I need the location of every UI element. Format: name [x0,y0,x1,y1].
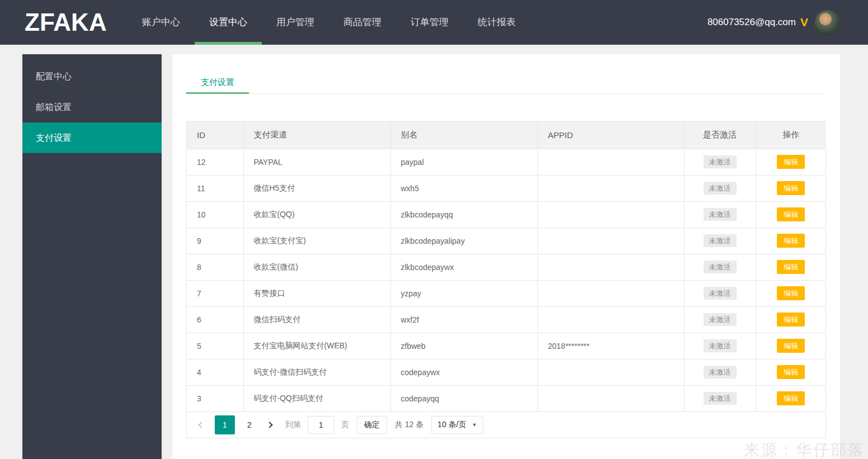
edit-button[interactable]: 编辑 [777,365,805,379]
cell-action: 编辑 [756,201,826,228]
table-row: 9收款宝(支付宝)zlkbcodepayalipay未激活编辑 [187,228,826,254]
cell-action: 编辑 [756,306,826,333]
cell-status: 未激活 [684,149,756,175]
page-unit-label: 页 [341,420,349,430]
main-nav: 账户中心设置中心用户管理商品管理订单管理统计报表 [128,0,530,45]
confirm-button[interactable]: 确定 [357,416,387,434]
status-badge: 未激活 [704,313,737,326]
page-2-button[interactable]: 2 [239,415,260,434]
edit-button[interactable]: 编辑 [777,207,805,221]
table-row: 7有赞接口yzpay未激活编辑 [187,280,826,306]
avatar[interactable] [815,10,840,35]
cell-status: 未激活 [684,385,756,411]
cell-alias: codepaywx [390,359,537,385]
cell-action: 编辑 [756,359,826,385]
cell-status: 未激活 [684,254,756,280]
page-size-select[interactable]: 10 条/页 ▼ [431,416,483,434]
page-layout: 配置中心邮箱设置支付设置 支付设置 ID支付渠道别名APPID是否激活操作 12… [0,45,868,459]
cell-id: 6 [187,306,243,333]
cell-appid [537,149,684,175]
cell-appid [537,175,684,201]
prev-page-button[interactable] [197,420,206,429]
cell-appid [537,385,684,411]
cell-appid [537,254,684,280]
cell-alias: zlkbcodepayqq [390,201,537,228]
status-badge: 未激活 [704,155,737,168]
status-badge: 未激活 [704,261,737,273]
sidebar-item[interactable]: 配置中心 [22,61,162,92]
column-header: 是否激活 [684,122,756,149]
page-size-value: 10 条/页 [437,420,466,430]
cell-id: 12 [187,149,243,175]
tab-payment-settings[interactable]: 支付设置 [186,71,249,93]
column-header: APPID [537,122,684,149]
logo[interactable]: ZFAKA [25,0,114,45]
cell-alias: yzpay [390,280,537,306]
table-row: 5支付宝电脑网站支付(WEB)zfbweb2018********未激活编辑 [187,333,826,359]
cell-action: 编辑 [756,385,826,411]
cell-id: 9 [187,228,243,254]
table-row: 6微信扫码支付wxf2f未激活编辑 [187,306,826,333]
nav-item[interactable]: 设置中心 [195,0,262,45]
cell-action: 编辑 [756,228,826,254]
cell-channel: 码支付-QQ扫码支付 [243,385,390,411]
nav-item[interactable]: 订单管理 [396,0,463,45]
edit-button[interactable]: 编辑 [777,286,805,300]
cell-alias: wxf2f [390,306,537,333]
table-row: 3码支付-QQ扫码支付codepayqq未激活编辑 [187,385,826,411]
edit-button[interactable]: 编辑 [777,391,805,405]
cell-channel: 支付宝电脑网站支付(WEB) [243,333,390,359]
cell-status: 未激活 [684,280,756,306]
column-header: 支付渠道 [243,122,390,149]
table-row: 8收款宝(微信)zlkbcodepaywx未激活编辑 [187,254,826,280]
chevron-left-icon [198,422,204,428]
status-badge: 未激活 [704,366,737,378]
cell-id: 5 [187,333,243,359]
cell-id: 4 [187,359,243,385]
nav-item[interactable]: 商品管理 [329,0,396,45]
cell-action: 编辑 [756,280,826,306]
table-row: 10收款宝(QQ)zlkbcodepayqq未激活编辑 [187,201,826,228]
cell-channel: 收款宝(支付宝) [243,228,390,254]
edit-button[interactable]: 编辑 [777,181,805,195]
cell-channel: 微信扫码支付 [243,306,390,333]
column-header: 别名 [390,122,537,149]
cell-status: 未激活 [684,333,756,359]
cell-appid [537,359,684,385]
next-page-button[interactable] [265,420,274,429]
chevron-right-icon [266,422,272,428]
user-email[interactable]: 806073526@qq.com [707,17,796,28]
cell-id: 7 [187,280,243,306]
user-area: 806073526@qq.com V [707,10,840,35]
goto-page-input[interactable] [308,416,334,434]
cell-appid [537,201,684,228]
edit-button[interactable]: 编辑 [777,260,805,274]
column-header: ID [187,122,243,149]
cell-id: 10 [187,201,243,228]
status-badge: 未激活 [704,182,737,195]
cell-appid: 2018******** [537,333,684,359]
cell-alias: paypal [390,149,537,175]
cell-status: 未激活 [684,228,756,254]
cell-channel: 收款宝(QQ) [243,201,390,228]
table-row: 12PAYPALpaypal未激活编辑 [187,149,826,175]
total-count: 共 12 条 [395,420,423,430]
edit-button[interactable]: 编辑 [777,234,805,248]
nav-item[interactable]: 用户管理 [262,0,329,45]
edit-button[interactable]: 编辑 [777,313,805,326]
nav-item[interactable]: 账户中心 [128,0,195,45]
edit-button[interactable]: 编辑 [777,155,805,169]
cell-id: 11 [187,175,243,201]
sidebar-item[interactable]: 支付设置 [22,122,162,153]
status-badge: 未激活 [704,287,737,300]
cell-status: 未激活 [684,359,756,385]
cell-id: 8 [187,254,243,280]
cell-status: 未激活 [684,201,756,228]
goto-label: 到第 [285,420,301,430]
cell-alias: wxh5 [390,175,537,201]
sidebar-item[interactable]: 邮箱设置 [22,92,162,122]
nav-item[interactable]: 统计报表 [463,0,530,45]
edit-button[interactable]: 编辑 [777,339,805,353]
page-1-button[interactable]: 1 [215,415,235,434]
cell-appid [537,306,684,333]
